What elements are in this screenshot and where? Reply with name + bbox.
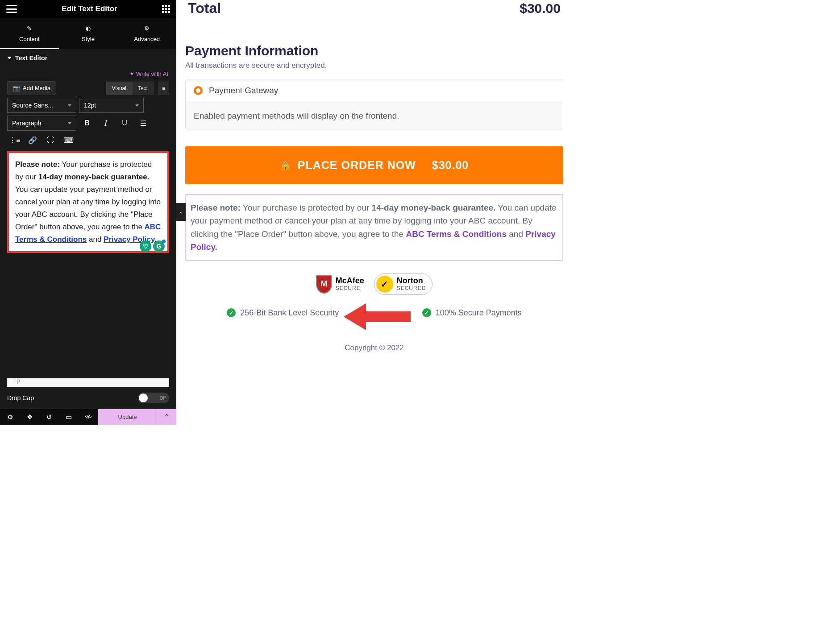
total-label: Total <box>188 0 221 17</box>
tab-content[interactable]: ✎ Content <box>0 18 59 49</box>
collapse-panel-button[interactable]: ‹ <box>176 203 186 221</box>
font-size-select[interactable]: 12pt <box>79 98 144 113</box>
numbered-list-button[interactable]: ⋮≡ <box>7 133 22 147</box>
preview-terms-link[interactable]: ABC Terms & Conditions <box>406 229 507 239</box>
panel-footer: ⚙ ❖ ↺ ▭ 👁 Update ⌃ <box>0 409 176 425</box>
format-toolbar: Source Sans... 12pt Paragraph B I U ☰ ⋮≡… <box>0 98 176 147</box>
text-tab[interactable]: Text <box>132 82 154 95</box>
annotation-arrow <box>344 294 415 344</box>
visual-tab[interactable]: Visual <box>106 82 132 95</box>
shield-icon: M <box>316 275 332 294</box>
keyboard-button[interactable]: ⌨ <box>61 133 76 147</box>
editor-panel: Edit Text Editor ✎ Content ◐ Style ⚙ Adv… <box>0 0 176 425</box>
element-path: P <box>7 378 169 387</box>
norton-badge: ✓ NortonSECURED <box>374 273 433 295</box>
radio-selected-icon <box>194 86 203 95</box>
widgets-icon[interactable] <box>162 5 170 13</box>
total-amount: $30.00 <box>520 1 561 16</box>
database-icon[interactable]: ≡ <box>158 82 169 95</box>
preview-pane: ‹ Total $30.00 Payment Information All t… <box>176 0 572 425</box>
contrast-icon: ◐ <box>84 24 92 32</box>
history-icon[interactable]: ↺ <box>39 409 59 425</box>
media-icon: 📷 <box>13 85 20 91</box>
dropcap-toggle[interactable]: Off <box>138 393 169 403</box>
check-circle-icon: ✓ <box>227 308 236 317</box>
pencil-icon: ✎ <box>25 24 33 32</box>
update-button[interactable]: Update <box>98 409 157 425</box>
menu-icon[interactable] <box>6 5 17 13</box>
write-with-ai-button[interactable]: ✦Write with AI <box>129 70 168 77</box>
link-button[interactable]: 🔗 <box>25 133 40 147</box>
assist-badge-1[interactable]: ♡ <box>140 240 151 252</box>
payment-subtitle: All transactions are secure and encrypte… <box>185 61 563 70</box>
guarantee-note: Please note: Your purchase is protected … <box>185 194 563 261</box>
place-order-button[interactable]: 🔒 PLACE ORDER NOW $30.00 <box>185 146 563 184</box>
check-icon: ✓ <box>376 276 393 293</box>
tab-style[interactable]: ◐ Style <box>59 18 118 49</box>
dropcap-label: Drop Cap <box>7 394 34 402</box>
panel-title: Edit Text Editor <box>62 4 117 13</box>
responsive-icon[interactable]: ▭ <box>59 409 79 425</box>
assist-badge-2[interactable]: G <box>153 240 165 252</box>
preview-icon[interactable]: 👁 <box>79 409 98 425</box>
payment-title: Payment Information <box>185 43 563 58</box>
add-media-button[interactable]: 📷 Add Media <box>7 81 56 95</box>
chevron-down-icon <box>7 57 12 59</box>
panel-topbar: Edit Text Editor <box>0 0 176 18</box>
feature-security: ✓ 256-Bit Bank Level Security <box>227 308 339 318</box>
check-circle-icon: ✓ <box>422 308 431 317</box>
panel-tabs: ✎ Content ◐ Style ⚙ Advanced <box>0 18 176 49</box>
italic-button[interactable]: I <box>98 116 114 131</box>
tab-advanced[interactable]: ⚙ Advanced <box>117 18 176 49</box>
sparkle-icon: ✦ <box>129 70 134 77</box>
chevron-up-icon[interactable]: ⌃ <box>157 409 176 425</box>
list-button[interactable]: ☰ <box>135 116 151 131</box>
font-family-select[interactable]: Source Sans... <box>7 98 76 113</box>
section-text-editor[interactable]: Text Editor <box>0 49 176 67</box>
paragraph-select[interactable]: Paragraph <box>7 116 76 131</box>
copyright-text: Copyright © 2022 <box>185 344 563 352</box>
editor-content[interactable]: Please note: Your purchase is protected … <box>7 151 169 253</box>
gateway-option[interactable]: Payment Gateway <box>186 79 563 102</box>
payment-gateway-box: Payment Gateway Enabled payment methods … <box>185 79 563 130</box>
gear-icon: ⚙ <box>143 24 151 32</box>
fullscreen-button[interactable]: ⛶ <box>43 133 58 147</box>
underline-button[interactable]: U <box>116 116 133 131</box>
mcafee-badge: M McAfeeSECURE <box>316 275 364 294</box>
settings-icon[interactable]: ⚙ <box>0 409 20 425</box>
layers-icon[interactable]: ❖ <box>20 409 39 425</box>
lock-icon: 🔒 <box>280 160 291 171</box>
gateway-description: Enabled payment methods will display on … <box>186 102 563 130</box>
bold-button[interactable]: B <box>79 116 95 131</box>
feature-payments: ✓ 100% Secure Payments <box>422 308 522 318</box>
